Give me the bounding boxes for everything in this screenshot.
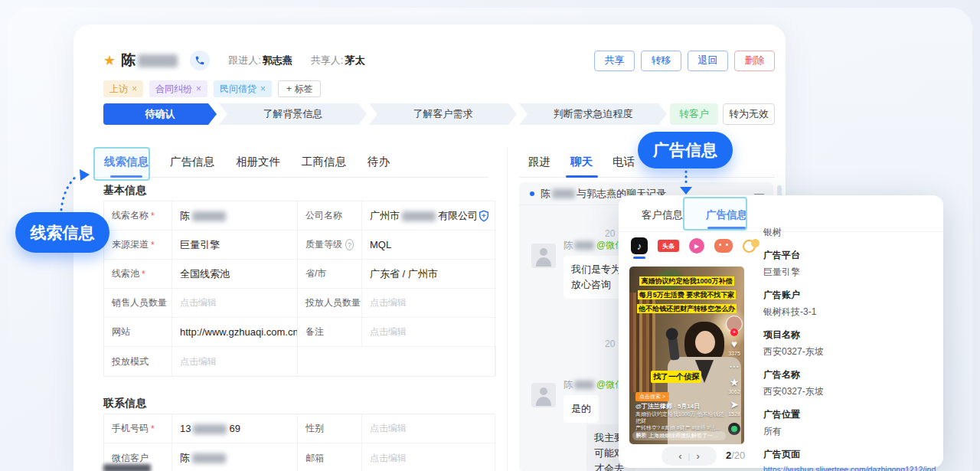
field-label-cell: 质量等级?: [298, 231, 362, 260]
field-value-cell[interactable]: 点击编辑: [172, 347, 298, 376]
value-prefix: 陈: [180, 210, 190, 221]
detail-label: 广告位置: [763, 408, 938, 421]
detail-label: 广告页面: [763, 448, 938, 461]
value-prefix: 13: [180, 423, 191, 434]
lead-info-callout: 线索信息: [15, 212, 109, 253]
tag-close-icon[interactable]: ×: [196, 80, 201, 97]
field-value-cell[interactable]: 巨量引擎: [172, 231, 298, 260]
panel-divider: [507, 147, 508, 471]
detail-value: 西安0327-东坡: [763, 385, 938, 398]
detail-label: 广告名称: [763, 368, 938, 381]
popup-tab-客户信息[interactable]: 客户信息: [642, 200, 683, 231]
video-search-button[interactable]: 点击搜索 >: [635, 392, 669, 401]
pink-app-icon[interactable]: ▶: [689, 238, 704, 253]
field-value-cell[interactable]: 1369: [172, 414, 298, 443]
highlight-box-lead-tab: [93, 147, 150, 181]
detail-value: 巨量引擎: [763, 266, 938, 279]
detail-label: 广告平台: [763, 249, 938, 262]
tab-跟进[interactable]: 跟进: [528, 147, 550, 178]
followup-person: 跟进人:郭志燕: [228, 54, 292, 67]
phone-icon: [194, 55, 205, 66]
detail-value: 银树科技-3-1: [763, 306, 938, 319]
field-value-cell[interactable]: 点击编辑: [362, 318, 496, 347]
section-title: 基本信息: [103, 184, 146, 198]
share-person: 共享人:茅太: [311, 54, 365, 67]
prev-button[interactable]: ‹: [678, 450, 681, 462]
stage-step-2[interactable]: 了解背景信息: [219, 103, 367, 125]
emoji-app-icon[interactable]: [743, 239, 760, 253]
douyin-icon[interactable]: ♪: [631, 237, 648, 254]
call-button[interactable]: [190, 51, 210, 70]
field-value: MQL: [370, 239, 391, 250]
field-label: 质量等级: [305, 238, 342, 251]
stage-step-1[interactable]: 待确认: [103, 103, 217, 125]
placeholder-text: 点击编辑: [370, 452, 407, 465]
share-icon[interactable]: ➤: [730, 399, 739, 410]
toutiao-icon[interactable]: 头条: [658, 240, 679, 252]
value-text: MQL: [370, 239, 391, 250]
detail-link[interactable]: https://yushun.slivertree.com/dazhigong1…: [763, 465, 938, 471]
field-label: 网站: [112, 325, 130, 339]
help-icon[interactable]: ?: [345, 239, 354, 250]
tab-待办[interactable]: 待办: [368, 147, 390, 178]
header-actions: 共享转移退回删除: [594, 51, 775, 71]
chat-message: 是的: [564, 395, 599, 423]
field-value-cell[interactable]: 点击编辑: [362, 289, 496, 318]
field-value-cell[interactable]: 广州市有限公司: [362, 201, 496, 231]
stage-step-4[interactable]: 判断需求急迫程度: [519, 103, 667, 125]
mark-invalid-button[interactable]: 转为无效: [723, 103, 775, 125]
video-avatar[interactable]: [726, 316, 743, 332]
verified-shield-icon[interactable]: [478, 210, 490, 222]
delete-button[interactable]: 删除: [734, 51, 775, 71]
value-prefix: 广州市: [370, 210, 400, 221]
field-label-cell: 网站: [104, 318, 172, 347]
add-tag-button[interactable]: + 标签: [278, 80, 321, 97]
tag-close-icon[interactable]: ×: [132, 80, 137, 97]
star-icon[interactable]: ★: [103, 52, 116, 69]
ad-video-thumbnail[interactable]: 离婚协议约定给我1000万补偿每月5万生活费 要求我不找下家他不给钱还把财产转移…: [629, 267, 744, 444]
tab-电话[interactable]: 电话: [612, 147, 635, 178]
field-label: 省/市: [305, 267, 326, 280]
star-icon[interactable]: ★: [730, 377, 740, 388]
header-action-button[interactable]: 退回: [688, 51, 728, 71]
field-value-cell[interactable]: MQL: [362, 231, 496, 260]
tag-pill: 合同纠纷×: [149, 80, 207, 97]
orange-app-icon[interactable]: [714, 239, 733, 253]
required-mark: *: [151, 424, 155, 434]
headline-line: 离婚协议约定给我1000万补偿: [639, 276, 733, 286]
masked-name: [574, 241, 594, 250]
field-value-cell[interactable]: 全国线索池: [172, 260, 298, 289]
music-disc-icon[interactable]: [728, 423, 740, 435]
field-value-cell[interactable]: 陈: [172, 201, 298, 231]
next-button[interactable]: ›: [696, 450, 699, 462]
field-value-cell[interactable]: 点击编辑: [362, 414, 496, 443]
field-label: 邮箱: [305, 452, 324, 465]
header-action-button[interactable]: 共享: [594, 51, 635, 71]
header-action-button[interactable]: 转移: [641, 51, 681, 71]
masked-name: [552, 189, 575, 198]
ad-info-callout: 广告信息: [638, 132, 733, 168]
stage-step-3[interactable]: 了解客户需求: [369, 103, 517, 125]
field-value-cell[interactable]: 点击编辑: [362, 443, 496, 471]
tag-close-icon[interactable]: ×: [260, 80, 266, 97]
masked-name: [138, 54, 178, 67]
placeholder-text: 点击编辑: [370, 296, 407, 309]
field-label: 备注: [305, 325, 324, 339]
field-label: 线索池: [112, 267, 139, 280]
tab-相册文件[interactable]: 相册文件: [236, 147, 280, 178]
field-value-cell[interactable]: 广东省 / 广州市: [362, 260, 496, 289]
heart-icon[interactable]: ♥: [731, 339, 737, 349]
field-value-cell[interactable]: 点击编辑: [172, 289, 298, 318]
placeholder-text: 点击编辑: [180, 355, 217, 368]
comment-icon[interactable]: ⋯: [729, 361, 740, 371]
convert-to-customer-button[interactable]: 转客户: [670, 103, 718, 125]
field-label-cell: 投放模式: [104, 347, 172, 376]
required-mark: *: [142, 269, 145, 280]
tab-广告信息[interactable]: 广告信息: [170, 147, 214, 178]
tab-工商信息[interactable]: 工商信息: [302, 147, 346, 178]
field-label: 销售人员数量: [112, 296, 167, 309]
field-value-cell[interactable]: http://www.gzhuaqi.com.cn/: [172, 318, 298, 347]
video-mid-caption: 找了一个侦探: [651, 371, 701, 383]
tab-聊天[interactable]: 聊天: [570, 147, 593, 178]
field-value-cell[interactable]: 陈: [172, 443, 298, 471]
